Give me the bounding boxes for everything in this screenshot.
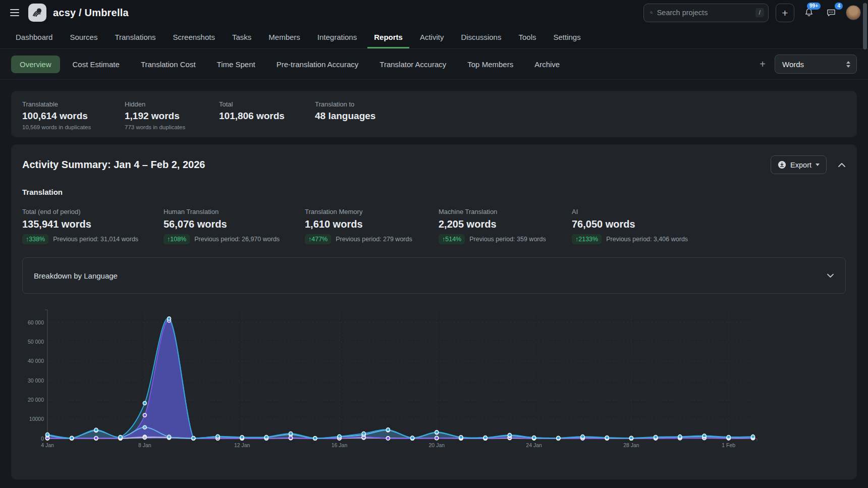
data-point[interactable] [435,430,439,434]
search-shortcut-key: / [755,8,764,17]
data-point[interactable] [581,435,584,439]
translation-stat-translation-memory: Translation Memory1,610 words↑477%Previo… [305,208,439,244]
data-point[interactable] [654,435,658,439]
nav-tab-tasks[interactable]: Tasks [226,25,258,48]
data-point[interactable] [751,435,755,439]
data-point[interactable] [629,436,633,440]
data-point[interactable] [386,428,390,431]
page-scrollbar[interactable] [863,3,867,49]
search-box[interactable]: / [643,4,769,22]
stat-value: 1,610 words [305,219,439,230]
data-point[interactable] [264,435,268,439]
export-button[interactable]: Export [771,155,827,174]
subnav-tab-translator-accuracy[interactable]: Translator Accuracy [371,56,455,73]
subnav-tab-overview[interactable]: Overview [11,56,60,73]
data-point[interactable] [168,317,171,320]
data-point[interactable] [605,436,609,440]
stat-value: 1,192 words [125,111,219,122]
menu-icon[interactable] [10,6,23,19]
data-point[interactable] [46,432,49,436]
stat-label: Hidden [125,100,219,108]
translation-stat-human-translation: Human Translation56,076 words↑108%Previo… [164,208,305,244]
stat-label: Machine Translation [439,208,572,215]
subnav-tab-archive[interactable]: Archive [526,56,568,73]
stat-label: Total (end of period) [22,208,164,215]
data-point[interactable] [143,436,146,440]
data-point[interactable] [727,435,730,439]
download-icon [778,160,786,169]
data-point[interactable] [240,436,244,439]
data-point[interactable] [94,428,98,431]
data-point[interactable] [313,437,317,440]
data-point[interactable] [678,435,682,439]
x-tick-label: 24 Jan [526,442,542,448]
data-point[interactable] [702,434,706,438]
data-point[interactable] [557,436,560,440]
data-point[interactable] [143,401,146,405]
stat-subtext: 773 words in duplicates [125,124,219,130]
data-point[interactable] [386,437,390,440]
nav-tab-sources[interactable]: Sources [63,25,104,48]
nav-tab-settings[interactable]: Settings [547,25,587,48]
data-point[interactable] [508,433,511,437]
subnav-tab-pre-translation-accuracy[interactable]: Pre-translation Accuracy [268,56,367,73]
messages-button[interactable]: 4 [824,5,839,20]
data-point[interactable] [70,436,74,440]
subnav-tab-translation-cost[interactable]: Translation Cost [132,56,204,73]
stat-value: 76,050 words [572,219,688,230]
y-tick-label: 50 000 [28,339,44,345]
data-point[interactable] [119,436,122,439]
data-point[interactable] [459,436,463,439]
data-point[interactable] [532,436,536,440]
page-title: acsy / Umbrella [53,7,129,19]
notifications-button[interactable]: 99+ [801,5,817,20]
activity-chart-svg: 01000020 00030 00040 00050 00060 0004 Ja… [22,306,762,456]
stat-value: 135,941 words [22,219,164,230]
y-tick-label: 20 000 [28,397,44,403]
nav-tab-dashboard[interactable]: Dashboard [9,25,59,48]
subnav-tab-cost-estimate[interactable]: Cost Estimate [64,56,128,73]
data-point[interactable] [289,432,293,436]
stat-value: 48 languages [315,111,375,122]
change-badge: ↑477% [305,234,331,244]
user-avatar[interactable] [846,5,861,20]
nav-tab-integrations[interactable]: Integrations [311,25,363,48]
add-report-button[interactable]: + [754,59,771,70]
data-point[interactable] [338,435,341,438]
y-tick-label: 10000 [29,416,44,422]
collapse-chevron-up-icon[interactable] [838,162,846,168]
create-project-button[interactable]: + [776,4,794,22]
subnav-tab-time-spent[interactable]: Time Spent [208,56,264,73]
search-input[interactable] [657,9,751,17]
nav-tab-members[interactable]: Members [262,25,307,48]
data-point[interactable] [483,436,487,440]
change-badge: ↑514% [439,234,465,244]
stat-subtext: 10,569 words in duplicates [22,124,125,130]
stat-translation-to: Translation to48 languages [315,100,375,130]
subnav-tab-top-members[interactable]: Top Members [459,56,522,73]
stat-label: Translatable [22,100,125,108]
data-point[interactable] [216,435,220,438]
nav-tab-discussions[interactable]: Discussions [454,25,508,48]
select-arrows-icon [846,61,850,68]
reports-subnav: OverviewCost EstimateTranslation CostTim… [0,49,868,80]
data-point[interactable] [143,425,146,429]
breakdown-by-language-panel[interactable]: Breakdown by Language [22,257,846,294]
data-point[interactable] [168,435,171,439]
data-point[interactable] [411,436,414,440]
app-logo[interactable] [28,4,46,22]
activity-chart[interactable]: 01000020 00030 00040 00050 00060 0004 Ja… [22,306,846,458]
nav-tab-tools[interactable]: Tools [512,25,542,48]
data-point[interactable] [362,432,365,436]
data-point[interactable] [192,437,195,440]
nav-tab-activity[interactable]: Activity [413,25,451,48]
data-point[interactable] [143,413,146,417]
translation-section-title: Translation [22,188,846,196]
nav-tab-screenshots[interactable]: Screenshots [167,25,222,48]
search-icon [650,9,653,17]
unit-select[interactable]: Words [775,55,857,74]
data-point[interactable] [94,437,98,440]
data-point[interactable] [435,437,439,440]
nav-tab-translations[interactable]: Translations [108,25,162,48]
nav-tab-reports[interactable]: Reports [367,25,409,48]
